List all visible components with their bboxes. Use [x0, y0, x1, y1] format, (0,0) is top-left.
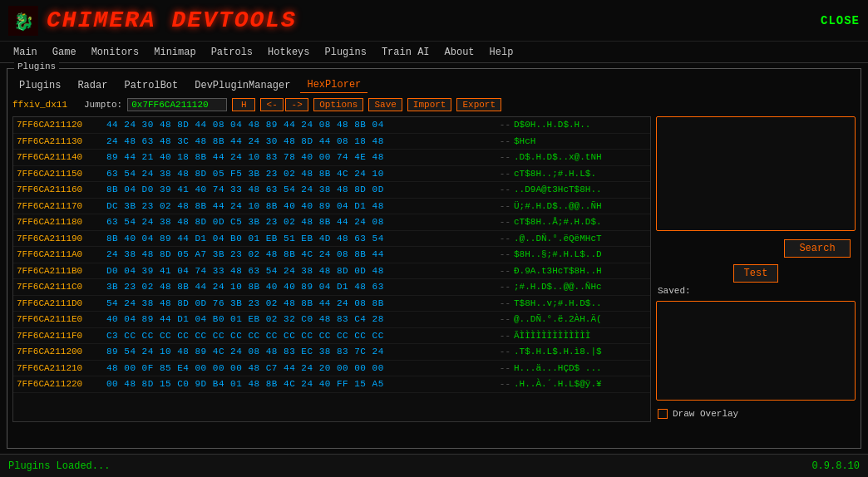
hex-ascii: .D$.H.D$..x@.tNH: [514, 150, 647, 165]
table-row[interactable]: 7FF6CA211120 44 24 30 48 8D 44 08 04 48 …: [13, 117, 650, 134]
menu-minimap[interactable]: Minimap: [147, 45, 202, 60]
hex-bytes: D0 04 39 41 04 74 33 48 63 54 24 38 48 8…: [106, 264, 496, 278]
table-row[interactable]: 7FF6CA2111D0 54 24 38 48 8D 0D 76 3B 23 …: [13, 296, 650, 312]
tab-radar[interactable]: Radar: [71, 77, 114, 93]
hex-separator: --: [500, 150, 510, 165]
hex-address: 7FF6CA211140: [17, 150, 106, 165]
hex-address: 7FF6CA211200: [17, 345, 106, 359]
hex-ascii: @..DÑ.°.ë.2ÀH.Ä(: [514, 312, 647, 327]
hex-separator: --: [500, 361, 510, 376]
hex-ascii: Ð.9A.t3HcT$8H..H: [514, 264, 647, 278]
search-button[interactable]: Search: [784, 239, 851, 258]
hex-address: 7FF6CA211210: [17, 361, 106, 376]
hex-bytes: 8B 04 D0 39 41 40 74 33 48 63 54 24 38 4…: [106, 183, 496, 197]
table-row[interactable]: 7FF6CA211160 8B 04 D0 39 41 40 74 33 48 …: [13, 182, 650, 199]
main-content: Plugins Plugins Radar PatrolBot DevPlugi…: [0, 63, 868, 454]
hex-bytes: 89 44 21 40 18 8B 44 24 10 83 78 40 00 7…: [106, 150, 496, 165]
draw-overlay-label: Draw Overlay: [673, 409, 738, 419]
draw-overlay-row: Draw Overlay: [656, 406, 856, 422]
jumpto-label: Jumpto:: [84, 100, 122, 110]
saved-label: Saved:: [658, 286, 691, 296]
table-row[interactable]: 7FF6CA2111E0 40 04 89 44 D1 04 B0 01 EB …: [13, 312, 650, 328]
menu-monitors[interactable]: Monitors: [85, 45, 146, 60]
jumpto-input[interactable]: [127, 98, 227, 111]
table-row[interactable]: 7FF6CA211150 63 54 24 38 48 8D 05 F5 3B …: [13, 166, 650, 183]
hex-ascii: $HcH: [514, 135, 647, 149]
hex-separator: --: [500, 199, 510, 214]
svg-text:🐉: 🐉: [13, 12, 34, 32]
hex-ascii: Ü;#.H.D$..@@..ÑH: [514, 199, 647, 214]
table-row[interactable]: 7FF6CA211130 24 48 63 48 3C 48 8B 44 24 …: [13, 134, 650, 150]
table-row[interactable]: 7FF6CA211220 00 48 8D 15 C0 9D B4 01 48 …: [13, 376, 650, 393]
menu-hotkeys[interactable]: Hotkeys: [261, 45, 316, 60]
menu-about[interactable]: About: [438, 45, 481, 60]
hex-ascii: ;#.H.D$..@@..ÑHc: [514, 280, 647, 294]
import-button[interactable]: Import: [407, 98, 452, 111]
logo-icon: 🐉: [8, 6, 38, 36]
hex-ascii: T$8H..v;#.H.D$..: [514, 297, 647, 311]
hex-address: 7FF6CA2111B0: [17, 264, 106, 278]
save-button[interactable]: Save: [368, 98, 402, 111]
hex-panel: 7FF6CA211120 44 24 30 48 8D 44 08 04 48 …: [12, 116, 651, 422]
hex-separator: --: [500, 264, 510, 278]
hex-ascii: $8H..§;#.H.L$..D: [514, 248, 647, 262]
menu-main[interactable]: Main: [7, 45, 44, 60]
tab-patrolbot[interactable]: PatrolBot: [117, 77, 185, 93]
table-row[interactable]: 7FF6CA211170 DC 3B 23 02 48 8B 44 24 10 …: [13, 199, 650, 215]
tab-bar: Plugins Radar PatrolBot DevPluginManager…: [12, 77, 856, 93]
hex-separator: --: [500, 329, 510, 343]
menu-game[interactable]: Game: [46, 45, 83, 60]
hex-ascii: D$0H..H.D$.H..: [514, 118, 647, 132]
table-row[interactable]: 7FF6CA211180 63 54 24 38 48 8D 0D C5 3B …: [13, 214, 650, 231]
two-panel: 7FF6CA211120 44 24 30 48 8D 44 08 04 48 …: [12, 116, 856, 422]
hex-address: 7FF6CA211170: [17, 199, 106, 214]
h-button[interactable]: H: [232, 98, 255, 111]
options-button[interactable]: Options: [313, 98, 363, 111]
hex-address: 7FF6CA211180: [17, 215, 106, 229]
hex-separator: --: [500, 312, 510, 327]
nav-back-button[interactable]: <-: [260, 98, 284, 111]
export-button[interactable]: Export: [456, 98, 501, 111]
table-row[interactable]: 7FF6CA2111A0 24 38 48 8D 05 A7 3B 23 02 …: [13, 247, 650, 263]
hex-separator: --: [500, 215, 510, 229]
version-text: 0.9.8.10: [811, 460, 860, 472]
hex-address: 7FF6CA211120: [17, 118, 106, 132]
table-row[interactable]: 7FF6CA211200 89 54 24 10 48 89 4C 24 08 …: [13, 344, 650, 361]
app-title: CHIMERA DEVTOOLS: [47, 7, 297, 33]
hex-ascii: ÃÌÌÌÌÌÌÌÌÌÌÌÌÌ: [514, 329, 647, 343]
menu-patrols[interactable]: Patrols: [205, 45, 259, 60]
hex-bytes: 8B 40 04 89 44 D1 04 B0 01 EB 51 EB 4D 4…: [106, 232, 496, 246]
hex-address: 7FF6CA2111D0: [17, 297, 106, 311]
nav-fwd-button[interactable]: ->: [285, 98, 308, 111]
tab-devpluginmanager[interactable]: DevPluginManager: [188, 77, 297, 93]
hex-address: 7FF6CA211220: [17, 377, 106, 391]
hex-ascii: ..D9A@t3HcT$8H..: [514, 183, 647, 197]
hex-bytes: 48 00 0F 85 E4 00 00 00 48 C7 44 24 20 0…: [106, 361, 496, 376]
hex-bytes: 63 54 24 38 48 8D 0D C5 3B 23 02 48 8B 4…: [106, 215, 496, 229]
draw-overlay-checkbox[interactable]: [658, 409, 668, 419]
title-bar: 🐉 CHIMERA DEVTOOLS CLOSE: [0, 0, 868, 42]
hex-ascii: .@..DÑ.°.ëQëMHcT: [514, 232, 647, 246]
test-button[interactable]: Test: [733, 264, 779, 283]
logo-area: 🐉 CHIMERA DEVTOOLS: [8, 6, 297, 36]
hex-scroll[interactable]: 7FF6CA211120 44 24 30 48 8D 44 08 04 48 …: [12, 116, 651, 422]
table-row[interactable]: 7FF6CA211190 8B 40 04 89 44 D1 04 B0 01 …: [13, 231, 650, 248]
menu-train-ai[interactable]: Train AI: [375, 45, 436, 60]
tab-plugins[interactable]: Plugins: [12, 77, 67, 93]
table-row[interactable]: 7FF6CA2111C0 3B 23 02 48 8B 44 24 10 8B …: [13, 279, 650, 296]
table-row[interactable]: 7FF6CA211140 89 44 21 40 18 8B 44 24 10 …: [13, 150, 650, 166]
plugins-group: Plugins Plugins Radar PatrolBot DevPlugi…: [7, 68, 861, 449]
menu-plugins[interactable]: Plugins: [318, 45, 373, 60]
table-row[interactable]: 7FF6CA2111F0 C3 CC CC CC CC CC CC CC CC …: [13, 328, 650, 345]
hex-bytes: 63 54 24 38 48 8D 05 F5 3B 23 02 48 8B 4…: [106, 167, 496, 181]
close-button[interactable]: CLOSE: [821, 14, 860, 27]
table-row[interactable]: 7FF6CA2111B0 D0 04 39 41 04 74 33 48 63 …: [13, 263, 650, 280]
hex-bytes: 54 24 38 48 8D 0D 76 3B 23 02 48 8B 44 2…: [106, 297, 496, 311]
tab-hexplorer[interactable]: HexPlorer: [300, 77, 367, 93]
hex-separator: --: [500, 232, 510, 246]
hex-separator: --: [500, 118, 510, 132]
hex-separator: --: [500, 345, 510, 359]
menu-help[interactable]: Help: [483, 45, 520, 60]
table-row[interactable]: 7FF6CA211210 48 00 0F 85 E4 00 00 00 48 …: [13, 361, 650, 377]
hex-ascii: .T$.H.L$.H.ì8.|$: [514, 345, 647, 359]
